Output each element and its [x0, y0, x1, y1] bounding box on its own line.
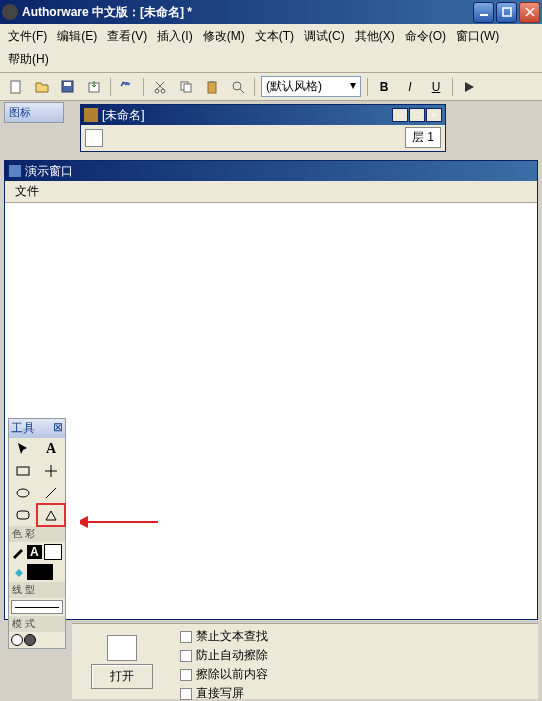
menu-modify[interactable]: 修改(M) [199, 26, 249, 47]
app-icon [2, 4, 18, 20]
doc-close-button[interactable]: × [426, 108, 442, 122]
copy-button[interactable] [176, 77, 196, 97]
paste-button[interactable] [202, 77, 222, 97]
option-label: 擦除以前内容 [196, 666, 268, 683]
annotation-arrow [80, 512, 160, 532]
layer-label: 层 [412, 130, 424, 144]
undo-button[interactable] [117, 77, 137, 97]
option-direct-to-screen[interactable]: 直接写屏 [180, 685, 268, 701]
menu-file[interactable]: 文件(F) [4, 26, 51, 47]
icon-preview [107, 635, 137, 661]
checkbox-icon [180, 688, 192, 700]
minimize-button[interactable] [473, 2, 494, 23]
icon-palette-header: 图标 [5, 103, 63, 122]
close-button[interactable] [519, 2, 540, 23]
doc-maximize-button[interactable]: □ [409, 108, 425, 122]
menu-window[interactable]: 窗口(W) [452, 26, 503, 47]
underline-button[interactable]: U [426, 77, 446, 97]
new-button[interactable] [6, 77, 26, 97]
svg-rect-9 [208, 82, 216, 93]
color-section-header: 色 彩 [9, 526, 65, 542]
run-button[interactable] [459, 77, 479, 97]
display-icon[interactable] [85, 129, 103, 147]
presentation-title: 演示窗口 [25, 163, 73, 180]
menu-help[interactable]: 帮助(H) [4, 49, 53, 70]
layer-field[interactable]: 层 1 [405, 127, 441, 148]
cut-button[interactable] [150, 77, 170, 97]
diagonal-line-tool[interactable] [37, 482, 65, 504]
mode-section-header: 模 式 [9, 616, 65, 632]
ellipse-tool[interactable] [9, 482, 37, 504]
rectangle-tool[interactable] [9, 460, 37, 482]
separator [367, 78, 368, 96]
flowline-row[interactable]: 层 1 [81, 125, 445, 150]
icon-palette-dock: 图标 [4, 102, 64, 123]
text-tool[interactable]: A [37, 438, 65, 460]
polygon-tool[interactable] [37, 504, 65, 526]
layer-value: 1 [427, 130, 434, 144]
open-button[interactable] [32, 77, 52, 97]
menu-debug[interactable]: 调试(C) [300, 26, 349, 47]
presentation-menu: 文件 [5, 181, 537, 203]
tools-close-icon[interactable]: ⊠ [53, 420, 63, 437]
mode-opaque-icon [11, 634, 23, 646]
option-disable-text-search[interactable]: 禁止文本查找 [180, 628, 268, 645]
menu-cmd[interactable]: 命令(O) [401, 26, 450, 47]
menu-edit[interactable]: 编辑(E) [53, 26, 101, 47]
rounded-rect-tool[interactable] [9, 504, 37, 526]
menu-view[interactable]: 查看(V) [103, 26, 151, 47]
doc-icon [84, 108, 98, 122]
doc-minimize-button[interactable]: – [392, 108, 408, 122]
separator [254, 78, 255, 96]
tools-header-label: 工具 [11, 420, 35, 437]
import-button[interactable] [84, 77, 104, 97]
svg-point-11 [233, 82, 241, 90]
window-buttons [473, 2, 540, 23]
mode-preview[interactable] [9, 632, 65, 648]
pen-icon [11, 545, 25, 559]
italic-button[interactable]: I [400, 77, 420, 97]
presentation-file-menu[interactable]: 文件 [11, 182, 43, 200]
open-button[interactable]: 打开 [91, 664, 153, 689]
checkbox-icon [180, 631, 192, 643]
option-label: 禁止文本查找 [196, 628, 268, 645]
option-label: 直接写屏 [196, 685, 244, 701]
options-column: 禁止文本查找 防止自动擦除 擦除以前内容 直接写屏 [172, 624, 276, 699]
menu-insert[interactable]: 插入(I) [153, 26, 196, 47]
line-tool[interactable] [37, 460, 65, 482]
svg-point-13 [17, 489, 29, 497]
svg-rect-8 [184, 84, 191, 92]
presentation-icon [9, 165, 21, 177]
tools-header[interactable]: 工具 ⊠ [9, 419, 65, 438]
line-style-preview[interactable] [11, 600, 63, 614]
color-pen-row[interactable]: A [9, 542, 65, 562]
svg-rect-0 [503, 8, 511, 16]
window-title: Authorware 中文版：[未命名] * [22, 4, 473, 21]
option-prevent-auto-erase[interactable]: 防止自动擦除 [180, 647, 268, 664]
option-label: 防止自动擦除 [196, 647, 268, 664]
pen-color-swatch[interactable] [44, 544, 62, 560]
svg-rect-12 [17, 467, 29, 475]
separator [110, 78, 111, 96]
pointer-tool[interactable] [9, 438, 37, 460]
bold-button[interactable]: B [374, 77, 394, 97]
save-all-button[interactable] [58, 77, 78, 97]
svg-rect-1 [11, 81, 20, 93]
option-erase-previous[interactable]: 擦除以前内容 [180, 666, 268, 683]
style-select[interactable]: (默认风格) [261, 76, 361, 97]
maximize-button[interactable] [496, 2, 517, 23]
menu-text[interactable]: 文本(T) [251, 26, 298, 47]
fill-color-swatch[interactable] [27, 564, 53, 580]
style-value: (默认风格) [266, 79, 322, 93]
text-color-label: A [27, 545, 42, 559]
separator [452, 78, 453, 96]
presentation-titlebar: 演示窗口 [5, 161, 537, 181]
menu-other[interactable]: 其他(X) [351, 26, 399, 47]
menu-bar: 文件(F) 编辑(E) 查看(V) 插入(I) 修改(M) 文本(T) 调试(C… [0, 24, 542, 73]
bucket-icon [11, 565, 25, 579]
find-button[interactable] [228, 77, 248, 97]
color-fill-row[interactable] [9, 562, 65, 582]
flowline-window: [未命名] – □ × 层 1 [80, 104, 446, 152]
flowline-title: [未命名] [102, 107, 145, 124]
toolbar: (默认风格) B I U [0, 73, 542, 101]
